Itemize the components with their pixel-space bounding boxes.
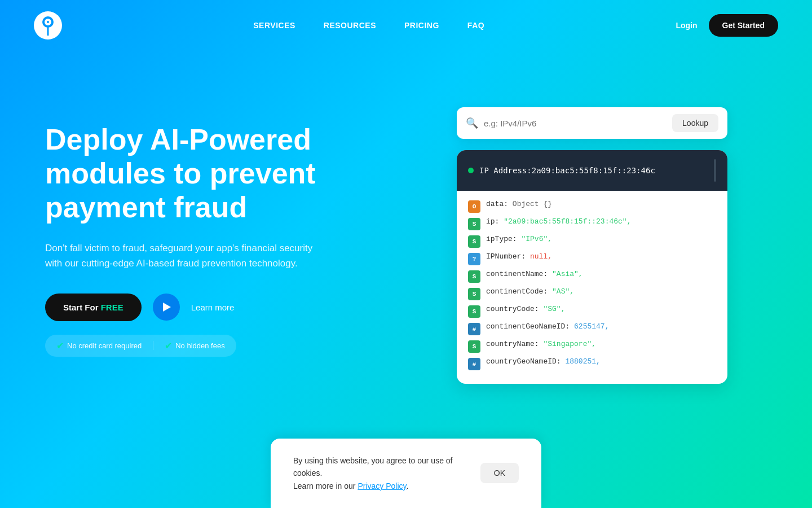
api-key: continentGeoNameID: [486, 322, 570, 331]
type-badge: S [468, 288, 480, 300]
nav-link-faq[interactable]: FAQ [467, 21, 484, 30]
cookie-text: By using this website, you agree to our … [293, 454, 464, 492]
search-input[interactable] [484, 119, 667, 128]
api-row-content: countryName: "Singapore", [486, 340, 596, 348]
no-hidden-label: No hidden fees [175, 341, 224, 350]
api-header: IP Address:2a09:bac5:55f8:15f::23:46c [457, 150, 727, 191]
learn-more-label[interactable]: Learn more [191, 303, 235, 312]
cookie-secondary-text: Learn more in our [293, 481, 358, 491]
api-key: continentName: [486, 270, 548, 278]
api-row-content: ip: "2a09:bac5:55f8:15f::23:46c", [486, 217, 631, 226]
api-value: "AS", [552, 287, 574, 296]
badge-no-hidden: ✔ No hidden fees [165, 340, 224, 351]
api-key: ipType: [486, 235, 517, 243]
type-badge: S [468, 235, 480, 248]
nav-links: SERVICES RESOURCES PRICING FAQ [253, 21, 484, 30]
badge-divider [153, 341, 153, 350]
api-row: S continentName: "Asia", [468, 270, 716, 283]
api-value: null, [530, 252, 552, 261]
api-key: data: [486, 200, 508, 208]
type-badge: O [468, 200, 480, 213]
api-scrollbar [714, 159, 716, 182]
type-badge: # [468, 323, 480, 335]
start-button[interactable]: Start For FREE [45, 294, 142, 321]
api-key: continentCode: [486, 287, 548, 296]
api-row: ? IPNumber: null, [468, 252, 716, 265]
type-badge: S [468, 340, 480, 353]
api-row-content: continentGeoNameID: 6255147, [486, 322, 609, 331]
api-row-content: continentCode: "AS", [486, 287, 574, 296]
nav-link-resources[interactable]: RESOURCES [324, 21, 376, 30]
api-row: S ip: "2a09:bac5:55f8:15f::23:46c", [468, 217, 716, 230]
api-value: 1880251, [565, 357, 600, 366]
api-key: ip: [486, 217, 499, 226]
hero-section: Deploy AI-Powered modules to prevent pay… [0, 51, 812, 406]
cookie-banner: By using this website, you agree to our … [271, 439, 541, 508]
free-label: FREE [101, 303, 123, 312]
login-button[interactable]: Login [676, 21, 697, 30]
type-badge: # [468, 358, 480, 370]
hero-subtitle: Don't fall victim to fraud, safeguard yo… [45, 240, 327, 271]
api-panel: IP Address:2a09:bac5:55f8:15f::23:46c O … [457, 150, 727, 384]
api-row: S countryName: "Singapore", [468, 340, 716, 353]
no-credit-label: No credit card required [67, 341, 142, 350]
api-key: countryGeoNameID: [486, 357, 561, 366]
navbar: SERVICES RESOURCES PRICING FAQ Login Get… [0, 0, 812, 51]
api-key: countryCode: [486, 305, 539, 313]
svg-point-2 [47, 21, 49, 23]
cookie-period: . [407, 481, 409, 491]
nav-link-services[interactable]: SERVICES [253, 21, 295, 30]
type-badge: S [468, 270, 480, 283]
api-row-content: countryGeoNameID: 1880251, [486, 357, 601, 366]
type-badge: ? [468, 253, 480, 265]
api-row-content: ipType: "IPv6", [486, 235, 552, 243]
get-started-button[interactable]: Get Started [709, 14, 778, 37]
api-value: "2a09:bac5:55f8:15f::23:46c", [504, 217, 631, 226]
lookup-button[interactable]: Lookup [672, 114, 718, 132]
type-badge: S [468, 218, 480, 230]
api-row: S countryCode: "SG", [468, 305, 716, 318]
api-value: 6255147, [574, 322, 609, 331]
check-icon-2: ✔ [165, 340, 172, 351]
api-value: "Singapore", [543, 340, 596, 348]
cookie-ok-button[interactable]: OK [480, 463, 519, 483]
status-dot [468, 168, 474, 173]
privacy-policy-link[interactable]: Privacy Policy [358, 481, 406, 491]
api-value: Object {} [513, 200, 552, 208]
play-icon [163, 303, 171, 312]
api-row: # countryGeoNameID: 1880251, [468, 357, 716, 370]
nav-actions: Login Get Started [676, 14, 778, 37]
api-key: IPNumber: [486, 252, 526, 261]
api-value: "Asia", [552, 270, 583, 278]
api-row: S continentCode: "AS", [468, 287, 716, 300]
logo-icon [34, 11, 62, 40]
play-button[interactable] [153, 294, 180, 321]
api-row: O data: Object {} [468, 200, 716, 213]
api-row-content: IPNumber: null, [486, 252, 552, 261]
badge-no-credit: ✔ No credit card required [56, 340, 142, 351]
search-icon: 🔍 [466, 117, 478, 129]
nav-link-pricing[interactable]: PRICING [404, 21, 439, 30]
api-row-content: countryCode: "SG", [486, 305, 565, 313]
cookie-main-text: By using this website, you agree to our … [293, 456, 453, 478]
api-value: "IPv6", [521, 235, 552, 243]
api-row: # continentGeoNameID: 6255147, [468, 322, 716, 335]
api-row-content: continentName: "Asia", [486, 270, 583, 278]
api-header-text: IP Address:2a09:bac5:55f8:15f::23:46c [479, 166, 655, 175]
logo[interactable] [34, 11, 62, 40]
search-card: 🔍 Lookup [457, 107, 727, 139]
api-row: S ipType: "IPv6", [468, 235, 716, 248]
api-key: countryName: [486, 340, 539, 348]
type-badge: S [468, 305, 480, 318]
hero-cta: Start For FREE Learn more [45, 294, 383, 321]
hero-title: Deploy AI-Powered modules to prevent pay… [45, 123, 383, 224]
hero-badges: ✔ No credit card required ✔ No hidden fe… [45, 335, 236, 357]
api-row-content: data: Object {} [486, 200, 552, 208]
api-body: O data: Object {} S ip: "2a09:bac5:55f8:… [457, 191, 727, 384]
start-btn-label: Start For [63, 303, 101, 312]
check-icon-1: ✔ [56, 340, 64, 351]
api-value: "SG", [543, 305, 565, 313]
hero-content-right: 🔍 Lookup IP Address:2a09:bac5:55f8:15f::… [406, 96, 778, 384]
hero-content-left: Deploy AI-Powered modules to prevent pay… [45, 123, 383, 357]
